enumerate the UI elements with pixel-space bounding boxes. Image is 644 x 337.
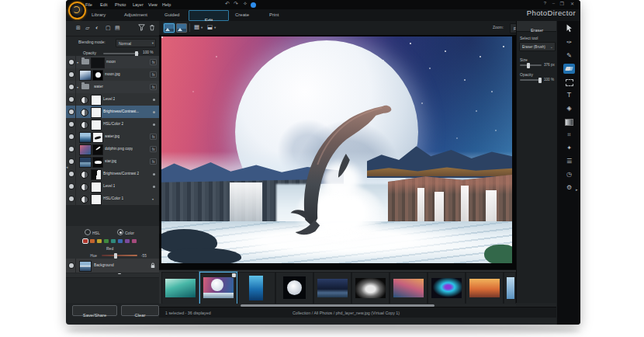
visibility-eye-icon[interactable] [69, 72, 74, 77]
layer-row-brightness-contrast2[interactable]: Brightness/Contrast 2 [66, 168, 159, 181]
swatch-blue[interactable] [118, 239, 123, 243]
tab-create[interactable]: Create [235, 12, 249, 17]
redo-icon[interactable]: ↷ [234, 1, 238, 7]
visibility-eye-icon[interactable] [69, 263, 74, 268]
maximize-button[interactable]: ❐ [560, 1, 564, 6]
layer-mask-icon[interactable]: ▢ [106, 25, 111, 30]
menu-file[interactable]: File [85, 2, 92, 7]
tab-edit[interactable]: Edit [189, 10, 229, 21]
filmstrip-thumb-waterfall-teal[interactable] [161, 272, 199, 304]
tab-adjustment[interactable]: Adjustment [124, 12, 147, 17]
layer-row-level1[interactable]: Level 1 [66, 180, 159, 193]
crop-tool-icon[interactable]: ⌗ [563, 130, 575, 140]
hsl-radio[interactable] [85, 229, 91, 235]
tab-guided[interactable]: Guided [164, 12, 179, 17]
filmstrip-thumb-sunset-coast[interactable] [390, 272, 428, 304]
eraser-tool-dropdown[interactable]: Eraser (Brush)⌄ [519, 42, 556, 51]
panel-collapse-arrow-icon[interactable]: ◂ [66, 165, 68, 169]
layer-row-dolphin-png[interactable]: dolphin.png copy fx [66, 143, 159, 156]
visibility-eye-icon[interactable] [69, 109, 74, 114]
settings-star-icon[interactable]: ✧ [243, 1, 248, 7]
filmstrip-thumb-partial[interactable] [504, 272, 516, 304]
adjustment-marker-icon[interactable] [153, 111, 155, 113]
hsl-radio-label[interactable]: HSL [92, 231, 100, 235]
swatch-magenta[interactable] [132, 239, 137, 243]
layer-row-hsl-color2[interactable]: HSL/Color 2 [66, 118, 159, 131]
layer-row-background[interactable]: Background [66, 259, 159, 273]
import-layer-icon[interactable]: ▱ [85, 25, 89, 30]
opacity-slider[interactable] [103, 53, 139, 54]
pointer-tool-icon[interactable] [563, 24, 575, 34]
layer-row-hsl-color1[interactable]: HSL/Color 1 ▾ [66, 193, 159, 206]
adjustment-marker-icon[interactable] [153, 123, 155, 126]
hue-slider[interactable] [102, 255, 137, 256]
swatch-yellow[interactable] [97, 239, 102, 243]
layer-row-moon-jpg[interactable]: moon.jpg fx [66, 68, 159, 82]
visibility-eye-icon[interactable] [69, 97, 74, 102]
blending-mode-dropdown[interactable]: Normal▾ [116, 39, 156, 47]
close-button[interactable]: ✕ [570, 1, 574, 6]
grid-view-icon[interactable]: ▦ [194, 24, 199, 30]
color-radio[interactable] [117, 229, 123, 235]
visibility-eye-icon[interactable] [69, 159, 74, 164]
fx-badge[interactable]: fx [150, 158, 157, 165]
menu-edit[interactable]: Edit [100, 2, 107, 7]
adjustment-layer-icon[interactable]: ◐ [95, 25, 99, 30]
menu-view[interactable]: View [148, 2, 158, 7]
fx-badge[interactable]: fx [150, 134, 157, 140]
delete-layer-icon[interactable] [149, 24, 155, 31]
visibility-eye-icon[interactable] [69, 60, 74, 64]
adjustment-marker-icon[interactable] [153, 186, 155, 188]
tab-print[interactable]: Print [269, 12, 279, 17]
view-compare-icon[interactable] [176, 23, 187, 33]
history-icon[interactable]: ◷ [563, 169, 575, 179]
swatch-green[interactable] [104, 239, 109, 243]
menu-photo[interactable]: Photo [115, 2, 126, 7]
gradient-tool-icon[interactable] [563, 116, 575, 127]
visibility-eye-icon[interactable] [69, 147, 74, 151]
swatch-red[interactable] [83, 239, 88, 243]
eraser-opacity-slider[interactable] [520, 79, 542, 81]
color-radio-label[interactable]: Color [125, 231, 134, 235]
filmstrip-thumb-neon-swirl[interactable] [428, 272, 466, 304]
fill-tool-icon[interactable]: ◈ [563, 103, 575, 113]
layer-row-water-jpg[interactable]: water.jpg fx [66, 130, 159, 144]
collapse-arrow-icon[interactable]: ▾ [152, 197, 154, 201]
fx-badge[interactable]: fx [150, 71, 157, 78]
visibility-eye-icon[interactable] [69, 172, 74, 176]
layer-row-star-jpg[interactable]: star.jpg fx [66, 155, 159, 168]
menu-help[interactable]: Help [162, 2, 171, 7]
filmstrip-thumb-dolphin-vertical[interactable] [237, 272, 275, 304]
menu-layer[interactable]: Layer [133, 2, 144, 7]
adjustment-tool-icon[interactable]: ☰ [563, 156, 575, 166]
visibility-eye-icon[interactable] [69, 184, 74, 189]
text-tool-icon[interactable]: T [563, 90, 575, 100]
new-layer-icon[interactable]: ⊞ [76, 25, 81, 30]
size-slider[interactable] [520, 64, 542, 66]
smudge-tool-icon[interactable]: ✑ [563, 37, 575, 47]
swatch-purple[interactable] [125, 239, 130, 243]
eraser-tool-icon[interactable] [563, 64, 575, 74]
view-single-icon[interactable] [164, 23, 175, 33]
fx-badge[interactable]: fx [150, 146, 157, 152]
layer-row-moon-group[interactable]: ▾ moon fx [66, 56, 159, 69]
adjustment-marker-icon[interactable] [153, 99, 155, 101]
marquee-select-tool-icon[interactable] [563, 77, 575, 87]
layer-row-level2[interactable]: Level 2 [66, 93, 159, 106]
visibility-eye-icon[interactable] [69, 122, 74, 127]
visibility-eye-icon[interactable] [69, 196, 74, 201]
filter-layers-icon[interactable] [138, 24, 145, 31]
fx-badge[interactable]: fx [150, 59, 157, 65]
visibility-eye-icon[interactable] [69, 85, 74, 89]
minimize-button[interactable]: – [552, 1, 555, 5]
filmstrip-thumb-moon[interactable] [275, 272, 313, 304]
tab-library[interactable]: Library [92, 12, 106, 17]
swatch-aqua[interactable] [111, 239, 116, 243]
visibility-eye-icon[interactable] [69, 134, 74, 139]
brush-tool-icon[interactable]: ✎ [563, 50, 575, 61]
clear-button[interactable]: Clear [121, 305, 159, 316]
gear-icon[interactable]: ⚙ [563, 182, 575, 193]
layer-row-water-group[interactable]: ▾ water fx [66, 81, 159, 94]
help-window-button[interactable]: ? [544, 1, 546, 5]
magic-wand-tool-icon[interactable]: ✦ [563, 143, 575, 153]
